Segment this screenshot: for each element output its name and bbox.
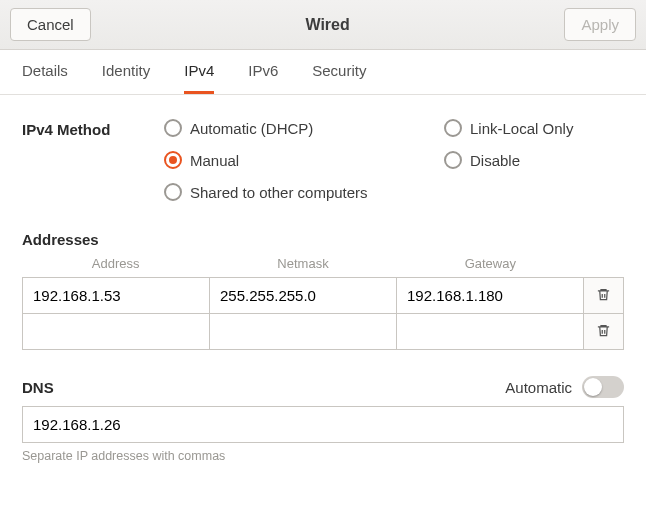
dns-automatic-label: Automatic <box>505 379 572 396</box>
gateway-input[interactable] <box>397 314 584 350</box>
radio-label: Link-Local Only <box>470 120 573 137</box>
addresses-label: Addresses <box>22 231 624 248</box>
delete-address-button[interactable] <box>584 314 624 350</box>
radio-icon <box>164 151 182 169</box>
tab-identity[interactable]: Identity <box>102 62 150 94</box>
radio-shared[interactable]: Shared to other computers <box>164 183 444 201</box>
radio-icon <box>164 183 182 201</box>
dns-input[interactable] <box>22 406 624 443</box>
tab-ipv4[interactable]: IPv4 <box>184 62 214 94</box>
addresses-header-gateway: Gateway <box>397 256 584 271</box>
netmask-input[interactable] <box>210 277 397 314</box>
tab-ipv6[interactable]: IPv6 <box>248 62 278 94</box>
trash-icon <box>596 323 611 341</box>
radio-link-local-only[interactable]: Link-Local Only <box>444 119 624 137</box>
radio-disable[interactable]: Disable <box>444 151 624 169</box>
trash-icon <box>596 287 611 305</box>
radio-manual[interactable]: Manual <box>164 151 444 169</box>
window-title: Wired <box>305 16 349 34</box>
tab-security[interactable]: Security <box>312 62 366 94</box>
address-input[interactable] <box>22 277 210 314</box>
radio-label: Disable <box>470 152 520 169</box>
radio-automatic-dhcp[interactable]: Automatic (DHCP) <box>164 119 444 137</box>
apply-button[interactable]: Apply <box>564 8 636 41</box>
address-input[interactable] <box>22 314 210 350</box>
dns-hint: Separate IP addresses with commas <box>22 449 624 463</box>
addresses-header-netmask: Netmask <box>209 256 396 271</box>
netmask-input[interactable] <box>210 314 397 350</box>
radio-label: Shared to other computers <box>190 184 368 201</box>
toggle-knob <box>584 378 602 396</box>
radio-icon <box>164 119 182 137</box>
radio-icon <box>444 119 462 137</box>
dns-automatic-toggle[interactable] <box>582 376 624 398</box>
radio-icon <box>444 151 462 169</box>
delete-address-button[interactable] <box>584 277 624 314</box>
cancel-button[interactable]: Cancel <box>10 8 91 41</box>
gateway-input[interactable] <box>397 277 584 314</box>
addresses-header-address: Address <box>22 256 209 271</box>
radio-label: Manual <box>190 152 239 169</box>
tab-details[interactable]: Details <box>22 62 68 94</box>
dns-label: DNS <box>22 379 54 396</box>
tab-bar: Details Identity IPv4 IPv6 Security <box>0 50 646 95</box>
ipv4-method-label: IPv4 Method <box>22 119 164 201</box>
radio-label: Automatic (DHCP) <box>190 120 313 137</box>
